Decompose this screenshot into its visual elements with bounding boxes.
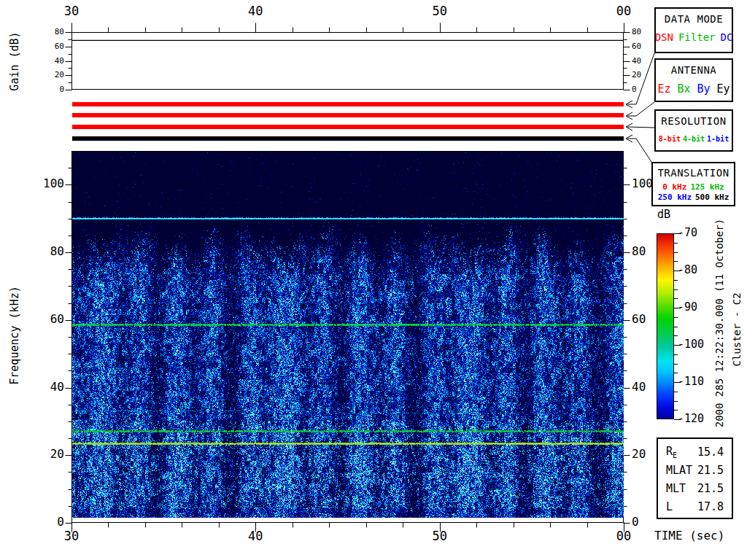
gain-axis-label-right: 0 — [632, 85, 652, 93]
ephemeris-value: 21.5 — [697, 482, 724, 495]
panel-option-8-bit: 8-bit — [659, 135, 681, 143]
frequency-axis-label-left: 40 — [34, 381, 64, 393]
colorbar-tick-label: -70 — [678, 228, 713, 238]
panel-antenna: ANTENNA EzBxByEy — [654, 58, 733, 102]
panel-option-dsn: DSN — [655, 31, 673, 43]
gain-axis-label-left: 20 — [44, 71, 64, 79]
ephemeris-label: L — [666, 500, 673, 513]
ephemeris-row-l: L17.8 — [658, 497, 732, 516]
panel-antenna-options: EzBxByEy — [656, 82, 732, 96]
panel-resolution: RESOLUTION 8-bit4-bit1-bit — [654, 109, 733, 152]
ephemeris-row-r: RE15.4 — [658, 443, 732, 461]
gain-axis-label-left: 60 — [44, 42, 64, 50]
time-axis-label-bottom: 30 — [57, 530, 86, 542]
wbd-spectrogram-display: { "axis_labels": { "gain": "Gain (dB)", … — [0, 0, 747, 560]
colorbar-tick-label: -100 — [678, 339, 713, 350]
panel-option-0-khz: 0 kHz — [662, 182, 686, 192]
colorbar-tick-label: -80 — [678, 265, 713, 276]
frequency-axis-label-left: 60 — [34, 314, 64, 325]
gain-axis-label-right: 60 — [632, 42, 652, 50]
panel-option-250-khz: 250 kHz — [658, 192, 692, 203]
ephemeris-row-mlt: MLT21.5 — [658, 479, 732, 497]
mode-bar-antenna — [72, 113, 624, 117]
panel-resolution-options: 8-bit4-bit1-bit — [656, 135, 732, 143]
panel-option-ey: Ey — [717, 82, 730, 96]
ephemeris-value: 15.4 — [697, 446, 724, 459]
mode-bar-translation — [72, 136, 624, 141]
time-axis-label-top: 00 — [609, 5, 638, 18]
panel-option-4-bit: 4-bit — [683, 135, 705, 143]
time-axis-title: TIME (sec) — [654, 530, 724, 542]
panel-data-mode-options: DSNFilterDC — [656, 31, 732, 43]
frequency-axis-label-left: 0 — [34, 516, 64, 528]
panel-data-mode-title: DATA MODE — [656, 13, 732, 25]
panel-option-125-khz: 125 kHz — [690, 182, 724, 192]
colorbar-tick-label: -90 — [678, 302, 713, 313]
gain-axis-label-left: 0 — [44, 85, 64, 93]
ephemeris-label: RE — [666, 445, 677, 459]
gain-axis-label-right: 20 — [632, 71, 652, 79]
time-axis-label-bottom: 00 — [609, 530, 638, 542]
panel-option-1-bit: 1-bit — [707, 135, 729, 143]
colorbar-tick-label: -120 — [678, 413, 713, 424]
panel-translation-options: 0 kHz125 kHz250 kHz500 kHz — [653, 182, 734, 203]
gain-axis-title: Gain (dB) — [8, 31, 21, 90]
panel-option-dc: DC — [721, 31, 733, 43]
ephemeris-value: 21.5 — [697, 464, 724, 477]
gain-axis-label-right: 40 — [632, 57, 652, 65]
frequency-axis-label-right: 0 — [632, 516, 662, 528]
colorbar-unit-label: dB — [657, 209, 670, 220]
time-axis-label-bottom: 40 — [241, 530, 270, 542]
panel-resolution-title: RESOLUTION — [656, 115, 732, 127]
time-axis-label-bottom: 50 — [425, 530, 454, 542]
timestamp-label: 2000 285 12:22:30.000 (11 October) — [713, 219, 725, 428]
gain-axis-label-left: 40 — [44, 57, 64, 65]
panel-translation-title: TRANSLATION — [653, 167, 734, 179]
spacecraft-label: Cluster - C2 — [731, 292, 743, 366]
frequency-axis-label-right: 60 — [632, 314, 662, 325]
spectrogram-canvas — [72, 152, 624, 518]
mode-bar-data-mode — [72, 102, 624, 106]
panel-translation: TRANSLATION 0 kHz125 kHz250 kHz500 kHz — [651, 162, 735, 206]
ephemeris-label: MLT — [666, 482, 686, 495]
panel-option-500-khz: 500 kHz — [695, 192, 729, 203]
panel-antenna-title: ANTENNA — [656, 64, 732, 76]
ephemeris-label: MLAT — [666, 464, 692, 477]
frequency-axis-label-right: 40 — [632, 381, 662, 393]
mode-bar-resolution — [72, 125, 624, 129]
panel-option-bx: Bx — [677, 82, 690, 96]
time-axis-label-top: 30 — [57, 5, 86, 18]
frequency-axis-title: Frequency (kHz) — [8, 286, 21, 384]
panel-option-by: By — [697, 82, 711, 96]
ephemeris-row-mlat: MLAT21.5 — [658, 461, 732, 479]
ephemeris-box: RE15.4MLAT21.5MLT21.5L17.8 — [657, 438, 733, 519]
frequency-axis-label-right: 80 — [632, 246, 662, 257]
ephemeris-value: 17.8 — [697, 500, 724, 513]
panel-data-mode: DATA MODE DSNFilterDC — [654, 7, 733, 53]
gain-axis-label-right: 80 — [632, 28, 652, 36]
frequency-axis-label-left: 80 — [34, 246, 64, 257]
frequency-axis-label-right: 20 — [632, 448, 662, 460]
time-axis-label-top: 50 — [425, 5, 454, 18]
colorbar-tick-label: -110 — [678, 376, 713, 387]
frequency-axis-label-left: 20 — [34, 448, 64, 460]
time-axis-label-top: 40 — [241, 5, 270, 18]
frequency-axis-label-left: 100 — [34, 178, 64, 190]
frequency-axis-label-right: 100 — [632, 178, 662, 190]
gain-axis-label-left: 80 — [44, 28, 64, 36]
panel-option-ez: Ez — [657, 82, 670, 96]
panel-option-filter: Filter — [678, 31, 716, 43]
